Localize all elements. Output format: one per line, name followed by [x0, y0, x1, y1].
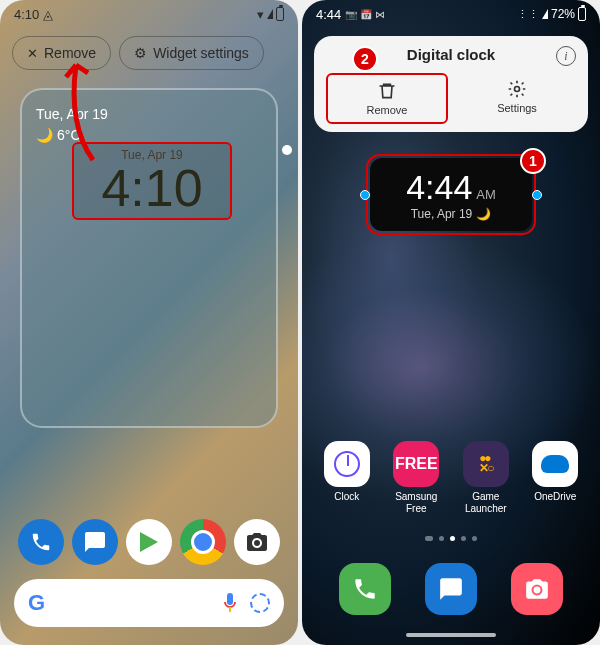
page-indicator: [282, 145, 292, 155]
status-time: 4:44: [316, 7, 341, 22]
battery-icon: [276, 7, 284, 21]
signal-icon: [267, 9, 273, 19]
samsung-phone-screenshot: 4:44 📷 📅 ⋈ ⋮⋮ 72% 2 Digital clock i Remo…: [302, 0, 600, 645]
samsung-free-icon: FREE: [393, 441, 439, 487]
dock: [302, 563, 600, 615]
status-time: 4:10: [14, 7, 39, 22]
status-bar: 4:44 📷 📅 ⋈ ⋮⋮ 72%: [302, 0, 600, 28]
clock-icon: [334, 451, 360, 477]
moon-icon: 🌙: [476, 207, 491, 221]
widget-settings-button[interactable]: ⚙ Widget settings: [119, 36, 264, 70]
clock-app[interactable]: Clock: [315, 441, 379, 515]
pixel-phone-screenshot: 4:10 ◬ ▾ ✕ Remove ⚙ Widget settings Tue,…: [0, 0, 298, 645]
phone-app-icon[interactable]: [18, 519, 64, 565]
mic-icon[interactable]: [222, 593, 238, 613]
svg-point-0: [254, 540, 260, 546]
messages-app-icon[interactable]: [425, 563, 477, 615]
annotation-arrow: [48, 55, 108, 169]
widget-settings-label: Widget settings: [153, 45, 249, 61]
gesture-nav-bar[interactable]: [406, 633, 496, 637]
battery-percent: 72%: [551, 7, 575, 21]
dock: [0, 519, 298, 565]
phone-app-icon[interactable]: [339, 563, 391, 615]
annotation-badge-1: 1: [520, 148, 546, 174]
gear-icon: [507, 79, 527, 99]
clock-time: 4:44: [406, 168, 472, 207]
cloud-icon: [541, 455, 569, 473]
wifi-icon: ⋮⋮: [517, 8, 539, 21]
camera-app-icon[interactable]: [234, 519, 280, 565]
notification-icons: 📷 📅 ⋈: [345, 9, 385, 20]
camera-app-icon[interactable]: [511, 563, 563, 615]
onedrive-app[interactable]: OneDrive: [523, 441, 587, 515]
wifi-icon: ▾: [257, 7, 264, 22]
settings-label: Settings: [497, 102, 537, 114]
remove-label: Remove: [367, 104, 408, 116]
home-app-row: Clock FREE Samsung Free ●●✕○ Game Launch…: [302, 441, 600, 515]
gear-icon: ⚙: [134, 45, 147, 61]
game-launcher-icon: ●●✕○: [463, 441, 509, 487]
status-bar: 4:10 ◬ ▾: [0, 0, 298, 28]
page-indicator[interactable]: [302, 536, 600, 541]
svg-rect-1: [227, 593, 233, 605]
clock-date: Tue, Apr 19: [411, 207, 473, 221]
resize-handle-right[interactable]: [532, 190, 542, 200]
lens-icon[interactable]: [250, 593, 270, 613]
remove-button[interactable]: Remove: [326, 73, 448, 124]
digital-clock-widget[interactable]: 4:44 AM Tue, Apr 19 🌙: [366, 154, 536, 235]
info-icon[interactable]: i: [556, 46, 576, 66]
close-icon: ✕: [27, 46, 38, 61]
resize-handle-left[interactable]: [360, 190, 370, 200]
widget-action-row: ✕ Remove ⚙ Widget settings: [0, 28, 298, 78]
signal-icon: [542, 9, 548, 19]
google-logo: G: [28, 590, 45, 616]
annotation-badge-2: 2: [352, 46, 378, 72]
clock-widget-time: 4:10: [82, 162, 222, 214]
samsung-free-app[interactable]: FREE Samsung Free: [384, 441, 448, 515]
game-launcher-app[interactable]: ●●✕○ Game Launcher: [454, 441, 518, 515]
play-store-icon[interactable]: [126, 519, 172, 565]
google-search-bar[interactable]: G: [14, 579, 284, 627]
settings-button[interactable]: Settings: [458, 73, 576, 124]
face-unlock-icon: ◬: [43, 7, 53, 22]
svg-point-4: [534, 587, 541, 594]
clock-ampm: AM: [476, 187, 496, 202]
svg-point-3: [515, 87, 520, 92]
messages-app-icon[interactable]: [72, 519, 118, 565]
trash-icon: [377, 81, 397, 101]
battery-icon: [578, 7, 586, 21]
chrome-icon[interactable]: [180, 519, 226, 565]
